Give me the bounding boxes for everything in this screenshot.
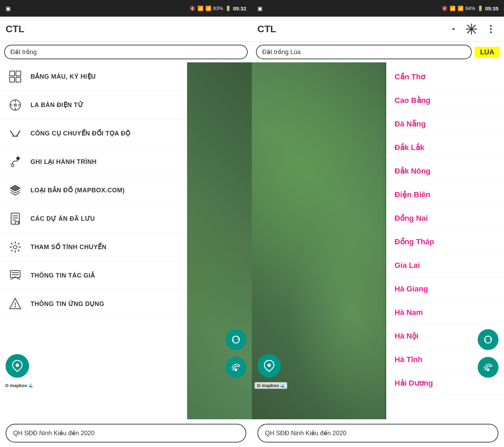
city-dropdown-button[interactable] [447,23,460,35]
dropdown-item-gia-lai[interactable]: Gia Lai [386,254,504,277]
more-button[interactable] [483,21,498,37]
menu-label-thong-tin-ung-dung: THÔNG TIN ỨNG DỤNG [30,300,104,308]
dropdown-label-dien-bien: Điện Biên [395,190,430,199]
dropdown-item-dien-bien[interactable]: Điện Biên [386,183,504,207]
svg-point-5 [14,104,16,106]
svg-point-26 [15,306,16,307]
dropdown-label-ha-nam: Hà Nam [395,308,423,317]
dropdown-label-hai-duong: Hải Dương [395,379,433,388]
dropdown-label-ha-tinh: Hà Tĩnh [395,355,423,364]
map-area-left: BẢNG MÀU, KÝ HIỆU LA BÀN ĐIỆN TỬ [0,62,252,419]
search-bar-right: Đất trồng Lúa LUA [252,42,504,62]
menu-label-ghi-lai: GHI LẠI HÀNH TRÌNH [30,158,97,166]
bottom-pill-right[interactable]: QH SĐĐ Ninh Kiều đến 2020 [257,424,498,442]
menu-item-cong-cu[interactable]: CÔNG CỤ CHUYỂN ĐỔI TỌA ĐỘ [0,119,187,148]
compass-icon [7,97,24,113]
battery-icon-right: 🔋 [477,6,483,11]
svg-point-27 [16,363,19,367]
grid-icon [7,68,24,85]
fab-signal-right[interactable] [478,357,498,378]
wifi-icon-right: 📶 [450,6,456,11]
fab-location-right[interactable] [257,354,281,378]
dropdown-label-ha-giang: Hà Giang [395,284,428,293]
menu-label-la-ban: LA BÀN ĐIỆN TỬ [30,101,83,109]
search-pill-right[interactable]: Đất trồng Lúa [256,45,472,59]
mute-icon-right: 🔇 [442,6,448,11]
dropdown-item-ha-nam[interactable]: Hà Nam [386,301,504,324]
screen-icon-right: ▣ [257,5,263,12]
tools-button[interactable] [464,21,479,37]
status-bar-left: ▣ 🔇 📶 📶 83% 🔋 05:32 [0,0,252,17]
dropdown-item-cao-bang[interactable]: Cao Bằng [386,89,504,112]
fab-signal-left[interactable] [226,357,246,378]
battery-text: 83% [213,6,223,11]
svg-point-35 [490,31,492,33]
svg-rect-0 [10,71,15,76]
dropdown-item-da-nang[interactable]: Đà Nẵng [386,112,504,136]
fab-location-left[interactable] [6,354,29,378]
menu-label-loai-ban-do: LOẠI BẢN ĐỒ (MAPBOX.COM) [30,186,125,194]
dropdown-label-can-tho: Cần Thơ [395,72,425,81]
bottom-text-right: QH SĐĐ Ninh Kiều đến 2020 [265,429,346,437]
fab-refresh-left[interactable] [226,329,246,350]
dropdown-label-dak-nong: Đắk Nông [395,167,430,176]
battery-text-right: 84% [466,6,475,11]
menu-item-tham-so[interactable]: THAM SỐ TÍNH CHUYỂN [0,233,187,261]
dropdown-item-dak-lak[interactable]: Đắk Lắk [386,136,504,159]
signal-icon: 📶 [205,6,211,11]
wifi-icon: 📶 [197,6,203,11]
signal-icon-right: 📶 [458,6,463,11]
dropdown-item-dak-nong[interactable]: Đắk Nông [386,159,504,183]
route-icon [7,154,24,170]
svg-point-36 [267,363,271,367]
bottom-bar-right: QH SĐĐ Ninh Kiều đến 2020 [252,419,504,447]
menu-item-bang-mau[interactable]: BẢNG MÀU, KÝ HIỆU [0,62,187,91]
menu-item-cac-du-an[interactable]: CÁC DỰ ÁN ĐÃ LƯU [0,204,187,233]
battery-icon: 🔋 [225,6,231,11]
app-header-right: CTL [252,17,504,42]
menu-label-tham-so: THAM SỐ TÍNH CHUYỂN [30,243,107,251]
document-icon [7,210,24,227]
svg-point-37 [487,368,489,371]
bottom-pill-left[interactable]: QH SĐĐ Ninh Kiều đến 2020 [6,424,246,442]
svg-point-20 [14,245,17,249]
svg-point-14 [17,157,19,160]
menu-item-thong-tin-tac-gia[interactable]: THÔNG TIN TÁC GIẢ [0,261,187,290]
dropdown-item-ha-giang[interactable]: Hà Giang [386,277,504,301]
bottom-bar-left: QH SĐĐ Ninh Kiều đến 2020 [0,419,252,447]
menu-label-thong-tin-tac-gia: THÔNG TIN TÁC GIẢ [30,272,95,279]
time-left: 05:32 [233,6,246,11]
search-text-left: Đất trồng [10,48,37,56]
dropdown-label-ha-noi: Hà Nội [395,332,418,341]
svg-point-28 [235,368,237,371]
menu-item-ghi-lai[interactable]: GHI LẠI HÀNH TRÌNH [0,148,187,176]
dropdown-item-can-tho[interactable]: Cần Thơ [386,65,504,89]
layers-icon [7,182,24,199]
app-title-left: CTL [6,24,24,35]
mapbox-logo-left: ⊙ mapbox 🌊 [3,382,35,389]
map-area-right: Cần Thơ Cao Bằng Đà Nẵng Đắk Lắk Đắk Nôn… [252,62,504,419]
dropdown-item-dong-nai[interactable]: Đồng Nai [386,207,504,230]
dropdown-label-gia-lai: Gia Lai [395,261,420,270]
svg-point-34 [490,28,492,30]
menu-item-thong-tin-ung-dung[interactable]: THÔNG TIN ỨNG DỤNG [0,290,187,318]
lua-badge: LUA [475,47,500,58]
info-icon [7,296,24,312]
svg-rect-1 [16,71,21,76]
search-bar-left: Đất trồng [0,42,252,62]
search-pill-left[interactable]: Đất trồng [4,45,248,59]
app-header-left: CTL [0,17,252,42]
panel-left: ▣ 🔇 📶 📶 83% 🔋 05:32 CTL Đất trồng [0,0,252,447]
svg-rect-2 [10,77,15,82]
dropdown-label-dong-nai: Đồng Nai [395,214,428,223]
screen-icon: ▣ [6,5,11,12]
mapbox-logo-right: ⊙ mapbox 🌊 [255,382,287,389]
dropdown-label-dak-lak: Đắk Lắk [395,143,424,152]
menu-label-bang-mau: BẢNG MÀU, KÝ HIỆU [30,73,96,80]
menu-item-la-ban[interactable]: LA BÀN ĐIỆN TỬ [0,91,187,119]
dropdown-item-dong-thap[interactable]: Đồng Tháp [386,230,504,254]
menu-item-loai-ban-do[interactable]: LOẠI BẢN ĐỒ (MAPBOX.COM) [0,176,187,204]
crosshair-icon [7,125,24,142]
dropdown-label-dong-thap: Đồng Tháp [395,237,434,246]
fab-refresh-right[interactable] [478,329,498,350]
